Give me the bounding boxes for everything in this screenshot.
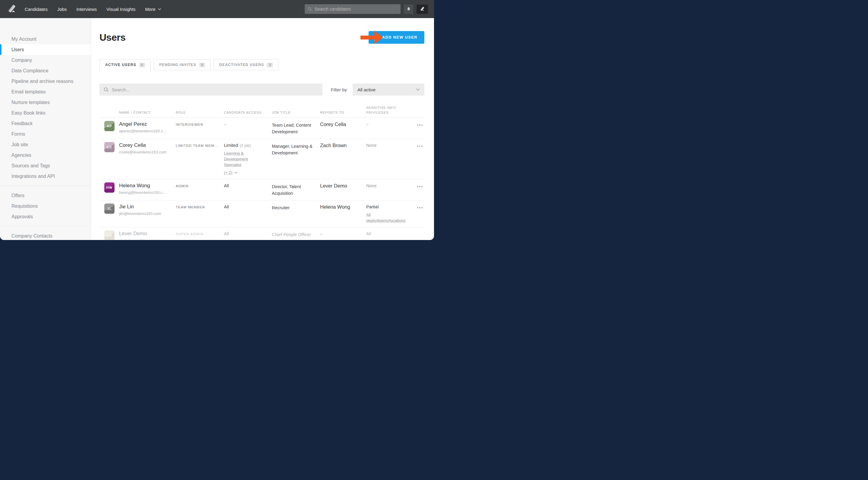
notifications-button[interactable] [404,4,413,14]
user-role: TEAM MEMBER [176,204,224,223]
sensitive-value: – [366,122,369,127]
sidebar-item-offers[interactable]: Offers [0,190,91,201]
user-avatar-pencil-icon [420,6,425,12]
row-menu-button[interactable] [416,144,424,176]
access-more-link[interactable]: (+ 2) [224,170,232,176]
filter-value: All active [358,87,375,92]
user-search-input[interactable] [112,87,318,92]
job-title: Recruiter [272,204,320,223]
nav-more[interactable]: More [145,7,161,12]
settings-sidebar: My AccountUsersCompanyData CompliancePip… [0,18,91,240]
sensitive-info-cell: – [366,121,416,135]
chevron-down-icon [158,8,161,10]
table-body: AP Angel Perez aperez@leverdemo193.c… IN… [99,118,424,240]
search-icon [308,7,312,11]
sidebar-item-company[interactable]: Company [0,55,91,65]
filter-by-label: Filter by [331,87,347,92]
tab-count-badge: 3 [267,63,273,67]
nav-more-label: More [145,7,156,12]
user-name: Corey Cella [119,142,166,148]
sidebar-item-job-site[interactable]: Job site [0,139,91,150]
row-menu-button[interactable] [416,185,424,197]
avatar-initials: CC [107,145,112,149]
tab-pending-invites[interactable]: PENDING INVITES0 [154,59,211,70]
avatar: CC [104,142,115,152]
sidebar-item-integrations-and-api[interactable]: Integrations and API [0,171,91,181]
sidebar-item-company-contacts[interactable]: Company Contacts [0,231,91,240]
plus-icon: + [375,34,378,40]
users-table: NAME / CONTACTROLECANDIDATE ACCESSJOB TI… [99,103,424,240]
sidebar-item-users[interactable]: Users [0,44,91,55]
user-menu-button[interactable] [416,4,428,14]
lever-logo-icon[interactable] [6,3,18,15]
add-new-user-button[interactable]: + ADD NEW USER [369,31,424,44]
nav-search[interactable] [305,4,401,14]
name-contact-cell: CC Corey Cella ccella@leverdemo193.com [104,142,176,176]
search-filter-row: Filter by All active [99,84,424,96]
nav-search-input[interactable] [315,7,398,11]
tab-count-badge: 6 [139,63,145,67]
sensitive-value: None [366,143,377,148]
avatar-initials: LD [107,234,112,237]
filter-group: Filter by All active [331,84,424,96]
user-search[interactable] [99,84,322,96]
access-value: All [224,204,229,209]
candidate-access-cell: All [224,230,272,240]
nav-item-visual-insights[interactable]: Visual Insights [106,7,135,12]
table-row: HW Helena Wong hwong@leverdemo193.c… ADM… [99,179,424,201]
name-contact-cell: LD Lever Demo zach.brown@leverdemo.c… [104,230,176,240]
sidebar-item-easy-book-links[interactable]: Easy Book links [0,108,91,118]
access-value: All [224,183,229,188]
nav-item-interviews[interactable]: Interviews [76,7,97,12]
tab-deactivated-users[interactable]: DEACTIVATED USERS3 [214,59,278,70]
reports-to: Lever Demo [320,182,366,197]
user-email: hwong@leverdemo193.c… [119,190,166,195]
sidebar-item-feedback[interactable]: Feedback [0,118,91,129]
row-menu-cell [416,182,424,197]
sidebar-item-data-compliance[interactable]: Data Compliance [0,65,91,76]
sidebar-item-my-account[interactable]: My Account [0,34,91,44]
sidebar-item-email-templates[interactable]: Email templates [0,87,91,97]
reports-to: Helena Wong [320,204,366,223]
sidebar-item-pipeline-and-archive-reasons[interactable]: Pipeline and archive reasons [0,76,91,87]
sensitive-scope-link[interactable]: All depts/teams/locations [366,212,410,223]
nav-item-jobs[interactable]: Jobs [57,7,67,12]
sidebar-item-sources-and-tags[interactable]: Sources and Tags [0,160,91,171]
bell-icon [406,7,411,12]
row-menu-button[interactable] [416,123,424,135]
candidate-access-cell: All [224,204,272,223]
column-header-sensitive-info-privileges: SENSITIVE INFO PRIVILEGES [366,105,416,115]
sidebar-item-approvals[interactable]: Approvals [0,211,91,222]
sidebar-group: OffersRequisitionsApprovals [0,186,91,226]
tab-count-badge: 0 [199,63,205,67]
user-role: ADMIN [176,182,224,197]
tab-label: ACTIVE USERS [105,63,136,67]
row-menu-button[interactable] [416,206,424,223]
access-value: Limited [224,143,238,148]
avatar: HW [104,182,115,193]
sensitive-info-cell: All [366,230,416,240]
avatar-initials: HW [106,186,113,189]
sidebar-item-forms[interactable]: Forms [0,129,91,139]
sidebar-item-requisitions[interactable]: Requisitions [0,201,91,211]
candidate-access-cell: Limited(1 job)Learning & Development Spe… [224,142,272,176]
reports-to: Zach Brown [320,142,366,176]
name-contact-cell: JL Jie Lin jlin@leverdemo193.com [104,204,176,223]
access-value: – [224,122,226,127]
access-posting-link[interactable]: Learning & Development Specialist [224,150,267,168]
row-menu-cell [416,121,424,135]
add-new-user-label: ADD NEW USER [382,35,417,39]
row-menu-cell [416,142,424,176]
user-role: LIMITED TEAM MEM… [176,142,224,176]
column-header-name-contact: NAME / CONTACT [104,110,176,115]
sidebar-item-nurture-templates[interactable]: Nurture templates [0,97,91,108]
sidebar-item-agencies[interactable]: Agencies [0,150,91,160]
reports-to: – [320,230,366,240]
table-row: JL Jie Lin jlin@leverdemo193.com TEAM ME… [99,201,424,227]
tab-active-users[interactable]: ACTIVE USERS6 [99,59,151,72]
avatar-initials: JL [107,207,112,210]
nav-item-candidates[interactable]: Candidates [25,7,48,12]
sensitive-value: All [366,231,371,236]
column-header-reports-to: REPORTS TO [320,110,366,115]
filter-dropdown[interactable]: All active [352,84,424,96]
